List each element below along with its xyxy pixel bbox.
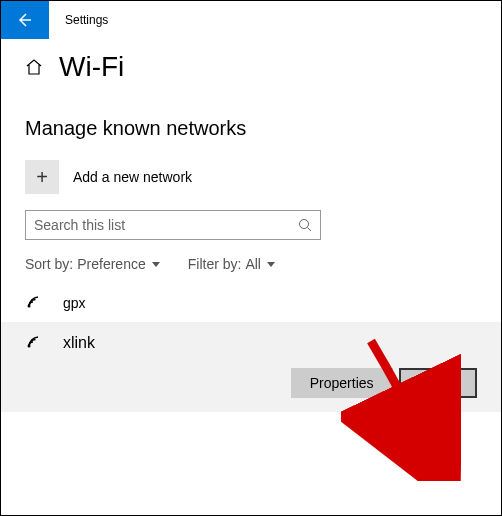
svg-point-0	[300, 220, 309, 229]
filter-label: Filter by:	[188, 256, 242, 272]
plus-icon: +	[25, 160, 59, 194]
network-item-selected[interactable]: xlink Properties Forget	[1, 322, 501, 412]
add-network-button[interactable]: + Add a new network	[25, 160, 477, 194]
add-network-label: Add a new network	[73, 169, 192, 185]
filter-dropdown[interactable]: Filter by: All	[188, 256, 275, 272]
forget-button[interactable]: Forget	[399, 368, 477, 398]
sort-value: Preference	[77, 256, 145, 272]
svg-point-3	[28, 345, 31, 348]
search-input[interactable]	[34, 217, 298, 233]
sort-filter-row: Sort by: Preference Filter by: All	[25, 256, 477, 272]
chevron-down-icon	[267, 262, 275, 267]
network-name: gpx	[63, 295, 86, 311]
home-icon[interactable]	[25, 58, 43, 76]
network-name: xlink	[63, 334, 95, 352]
properties-button[interactable]: Properties	[291, 368, 393, 398]
app-title: Settings	[65, 13, 108, 27]
search-icon	[298, 218, 312, 232]
svg-line-1	[308, 228, 312, 232]
sort-dropdown[interactable]: Sort by: Preference	[25, 256, 160, 272]
sort-label: Sort by:	[25, 256, 73, 272]
svg-point-2	[28, 305, 31, 308]
network-item[interactable]: gpx	[25, 284, 477, 322]
filter-value: All	[245, 256, 261, 272]
page-header: Wi-Fi	[25, 51, 477, 83]
page-title: Wi-Fi	[59, 51, 124, 83]
section-subtitle: Manage known networks	[25, 117, 477, 140]
network-list: gpx xlink Properties Forget	[25, 284, 477, 412]
wifi-icon	[25, 294, 49, 312]
search-box[interactable]	[25, 210, 321, 240]
wifi-icon	[25, 334, 49, 352]
back-arrow-icon	[17, 12, 33, 28]
network-actions: Properties Forget	[25, 368, 477, 398]
titlebar: Settings	[1, 1, 501, 39]
chevron-down-icon	[152, 262, 160, 267]
back-button[interactable]	[1, 1, 49, 39]
